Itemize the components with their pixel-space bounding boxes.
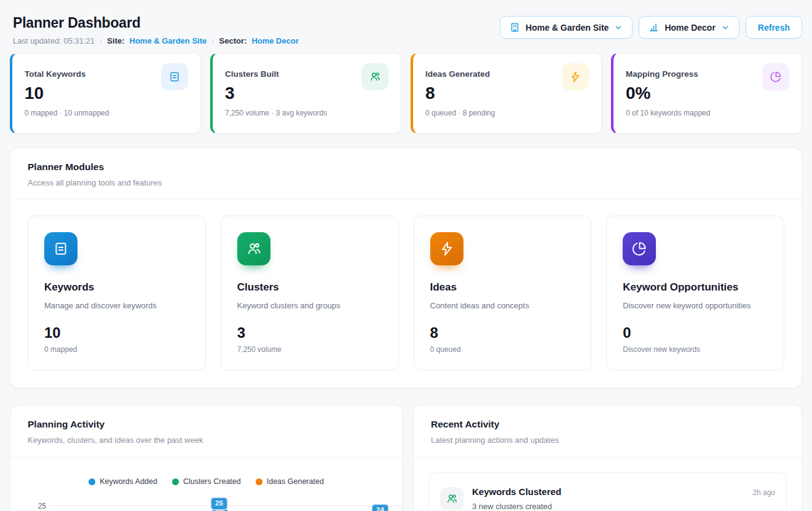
module-title: Keyword Opportunities bbox=[623, 281, 768, 294]
pie-icon bbox=[762, 63, 789, 90]
bolt-icon bbox=[562, 63, 589, 90]
planning-activity-chart: Keywords Added Clusters Created Ideas Ge… bbox=[10, 458, 402, 511]
legend-dot-green bbox=[172, 478, 179, 485]
planning-activity-title: Planning Activity bbox=[28, 419, 385, 430]
document-icon bbox=[161, 63, 188, 90]
module-card-keyword-opportunities[interactable]: Keyword Opportunities Discover new keywo… bbox=[606, 216, 784, 370]
refresh-button[interactable]: Refresh bbox=[746, 16, 802, 39]
module-sub: 0 queued bbox=[430, 345, 575, 354]
stat-card-total-keywords: Total Keywords 10 0 mapped · 10 unmapped bbox=[10, 53, 201, 134]
sector-selector-dropdown[interactable]: Home Decor bbox=[639, 16, 739, 39]
sector-selector-value: Home Decor bbox=[664, 23, 715, 33]
chevron-down-icon bbox=[614, 23, 623, 32]
legend-item-ideas-generated[interactable]: Ideas Generated bbox=[256, 477, 324, 486]
stat-card-ideas-generated: Ideas Generated 8 0 queued · 8 pending bbox=[411, 53, 602, 134]
chart-plot-area: 25 25 24 bbox=[17, 496, 396, 511]
meta-separator: · bbox=[211, 36, 214, 45]
stat-sub: 0 queued · 8 pending bbox=[425, 109, 589, 117]
activity-title: Keywords Clustered bbox=[472, 486, 561, 497]
site-selector-dropdown[interactable]: Home & Garden Site bbox=[500, 16, 633, 39]
module-value: 0 bbox=[623, 324, 768, 341]
modules-grid: Keywords Manage and discover keywords 10… bbox=[10, 200, 802, 388]
planner-dashboard-page: Planner Dashboard Last updated: 05:31:21… bbox=[0, 0, 812, 511]
module-card-clusters[interactable]: Clusters Keyword clusters and groups 3 7… bbox=[221, 216, 399, 370]
legend-dot-blue bbox=[89, 478, 95, 485]
modules-subtitle: Access all planning tools and features bbox=[28, 178, 784, 187]
site-selector-value: Home & Garden Site bbox=[526, 23, 609, 33]
stat-card-clusters-built: Clusters Built 3 7,250 volume · 3 avg ke… bbox=[210, 53, 401, 134]
stats-row: Total Keywords 10 0 mapped · 10 unmapped… bbox=[10, 53, 802, 134]
users-icon bbox=[440, 487, 463, 510]
module-sub: 0 mapped bbox=[44, 345, 189, 354]
recent-activity-title: Recent Activity bbox=[431, 419, 784, 430]
building-icon bbox=[510, 22, 520, 33]
module-sub: Discover new keywords bbox=[623, 345, 768, 354]
page-title: Planner Dashboard bbox=[13, 15, 299, 31]
users-icon bbox=[361, 63, 388, 90]
planning-activity-panel: Planning Activity Keywords, clusters, an… bbox=[10, 405, 403, 511]
legend-label: Ideas Generated bbox=[267, 477, 324, 486]
module-card-ideas[interactable]: Ideas Content ideas and concepts 8 0 que… bbox=[414, 216, 592, 370]
point-label-24: 24 bbox=[372, 505, 388, 511]
module-description: Keyword clusters and groups bbox=[237, 301, 382, 310]
meta-separator: · bbox=[100, 36, 102, 45]
module-value: 10 bbox=[44, 324, 189, 341]
modules-title: Planner Modules bbox=[28, 162, 784, 173]
module-value: 3 bbox=[237, 324, 382, 341]
header-meta: Last updated: 05:31:21 · Site: Home & Ga… bbox=[13, 36, 299, 45]
recent-activity-list: Keywords Clustered 2h ago 3 new clusters… bbox=[414, 458, 802, 511]
bar-chart-icon bbox=[648, 22, 659, 33]
stat-sub: 0 mapped · 10 unmapped bbox=[25, 109, 188, 117]
module-sub: 7,250 volume bbox=[237, 345, 382, 354]
page-header: Planner Dashboard Last updated: 05:31:21… bbox=[10, 7, 802, 45]
last-updated-text: Last updated: 05:31:21 bbox=[13, 36, 95, 45]
bottom-row: Planning Activity Keywords, clusters, an… bbox=[10, 405, 802, 511]
header-left: Planner Dashboard Last updated: 05:31:21… bbox=[10, 7, 299, 45]
activity-item-keywords-clustered: Keywords Clustered 2h ago 3 new clusters… bbox=[428, 472, 787, 511]
module-card-keywords[interactable]: Keywords Manage and discover keywords 10… bbox=[28, 216, 206, 370]
module-description: Discover new keyword opportunities bbox=[623, 301, 768, 310]
planner-modules-panel: Planner Modules Access all planning tool… bbox=[10, 147, 802, 388]
header-actions: Home & Garden Site Home Decor Refresh bbox=[500, 16, 802, 39]
chevron-down-icon bbox=[721, 23, 730, 32]
activity-content: Keywords Clustered 2h ago 3 new clusters… bbox=[472, 486, 775, 511]
document-icon bbox=[44, 232, 77, 265]
planning-activity-subtitle: Keywords, clusters, and ideas over the p… bbox=[28, 435, 385, 445]
recent-activity-panel: Recent Activity Latest planning actions … bbox=[413, 405, 802, 511]
activity-timestamp: 2h ago bbox=[752, 488, 775, 497]
site-label: Site: bbox=[107, 36, 124, 45]
stat-sub: 7,250 volume · 3 avg keywords bbox=[225, 109, 388, 117]
module-value: 8 bbox=[430, 324, 575, 341]
recent-activity-header: Recent Activity Latest planning actions … bbox=[414, 405, 802, 457]
module-description: Manage and discover keywords bbox=[44, 301, 189, 310]
legend-label: Keywords Added bbox=[100, 477, 157, 486]
activity-description: 3 new clusters created bbox=[472, 502, 775, 511]
module-title: Clusters bbox=[237, 281, 382, 294]
planning-activity-header: Planning Activity Keywords, clusters, an… bbox=[10, 405, 402, 457]
modules-header: Planner Modules Access all planning tool… bbox=[10, 148, 802, 200]
module-title: Keywords bbox=[44, 281, 189, 294]
legend-dot-orange bbox=[256, 478, 262, 485]
site-link[interactable]: Home & Garden Site bbox=[130, 36, 207, 45]
module-description: Content ideas and concepts bbox=[430, 301, 575, 310]
y-axis-tick: 25 bbox=[31, 502, 46, 510]
chart-legend: Keywords Added Clusters Created Ideas Ge… bbox=[17, 477, 396, 486]
legend-item-clusters-created[interactable]: Clusters Created bbox=[172, 477, 241, 486]
stat-card-mapping-progress: Mapping Progress 0% 0 of 10 keywords map… bbox=[611, 53, 802, 134]
pie-icon bbox=[623, 232, 656, 265]
point-label-25: 25 bbox=[211, 498, 227, 509]
legend-item-keywords-added[interactable]: Keywords Added bbox=[89, 477, 157, 486]
sector-link[interactable]: Home Decor bbox=[251, 36, 299, 45]
sector-label: Sector: bbox=[219, 36, 247, 45]
legend-label: Clusters Created bbox=[183, 477, 241, 486]
module-title: Ideas bbox=[430, 281, 575, 294]
stat-sub: 0 of 10 keywords mapped bbox=[626, 109, 789, 117]
bolt-icon bbox=[430, 232, 463, 265]
recent-activity-subtitle: Latest planning actions and updates bbox=[431, 435, 784, 445]
users-icon bbox=[237, 232, 270, 265]
